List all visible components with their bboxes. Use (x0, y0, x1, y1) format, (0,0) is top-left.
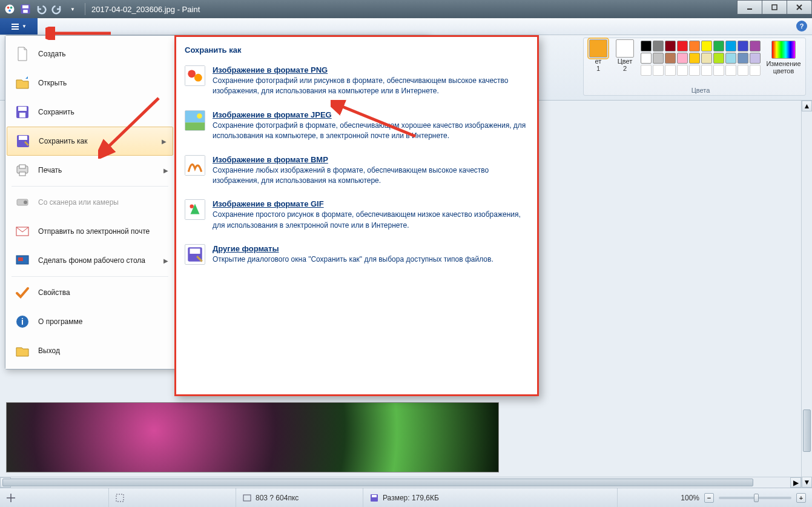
color-swatch-empty[interactable] (665, 65, 676, 76)
color-swatch[interactable] (665, 41, 676, 51)
color-swatch-empty[interactable] (689, 65, 700, 76)
zoom-thumb[interactable] (754, 494, 759, 502)
color-swatch[interactable] (750, 53, 761, 64)
redo-button[interactable] (51, 3, 63, 15)
selection-icon (115, 493, 125, 503)
zoom-value: 100% (681, 494, 699, 502)
qat-dropdown[interactable]: ▼ (67, 3, 79, 15)
submenu-item[interactable]: Другие форматыОткрытие диалогового окна … (176, 239, 537, 273)
color-swatch-empty[interactable] (641, 65, 652, 76)
file-menu-item[interactable]: iО программе (5, 307, 174, 336)
color-swatch[interactable] (738, 41, 748, 51)
svg-rect-16 (19, 136, 27, 140)
submenu-item-icon (185, 110, 205, 131)
color-swatch[interactable] (725, 53, 736, 64)
color-swatch[interactable] (713, 41, 724, 51)
quick-access-toolbar: ▼ (0, 3, 82, 15)
colors-group-label: Цвета (641, 87, 761, 94)
hscroll-thumb[interactable] (2, 479, 753, 486)
color-swatch-empty[interactable] (738, 65, 748, 76)
color-swatch[interactable] (701, 41, 712, 51)
window-title: 2017-04-02_203606.jpg - Paint (91, 5, 200, 14)
save-as-submenu: Сохранить как Изображение в формате PNGС… (174, 35, 539, 396)
color-swatch[interactable] (713, 53, 724, 64)
canvas-image[interactable] (6, 402, 499, 472)
file-menu-item[interactable]: Печать▶ (5, 156, 174, 185)
color-swatch[interactable] (641, 53, 652, 64)
svg-rect-14 (19, 113, 25, 118)
color-swatch-empty[interactable] (713, 65, 724, 76)
file-menu-item[interactable]: Открыть (5, 68, 174, 98)
file-menu-item[interactable]: Создать (5, 39, 174, 68)
submenu-item[interactable]: Изображение в формате PNGСохранение фото… (176, 61, 537, 105)
color1-label: ет 1 (595, 58, 602, 72)
submenu-item[interactable]: Изображение в формате BMPСохранение любы… (176, 150, 537, 195)
color-swatch-empty[interactable] (653, 65, 664, 76)
help-button[interactable]: ? (796, 21, 807, 31)
svg-rect-42 (243, 495, 251, 501)
file-menu-item[interactable]: Отправить по электронной почте (5, 217, 174, 246)
cursor-position (0, 488, 109, 507)
color1-slot[interactable]: ет 1 (587, 39, 609, 94)
submenu-item[interactable]: Изображение в формате GIFСохранение прос… (176, 194, 537, 239)
svg-rect-18 (19, 165, 25, 168)
submenu-item[interactable]: Изображение в формате JPEGСохранение фот… (176, 105, 537, 150)
scroll-up-button[interactable]: ▲ (802, 101, 812, 111)
color-swatch[interactable] (689, 53, 700, 64)
ribbon-tab-row: ▼ ? (0, 18, 812, 35)
file-menu-item[interactable]: Сохранить (5, 98, 174, 127)
chevron-right-icon: ▶ (163, 257, 168, 264)
zoom-out-button[interactable]: − (704, 493, 714, 503)
scroll-right-button[interactable]: ▶ (790, 477, 801, 488)
colors-group: ет 1 Цвет 2 Цвета Изменение цветов (583, 38, 806, 96)
submenu-item-icon (185, 199, 205, 220)
color2-swatch[interactable] (616, 39, 634, 58)
color-swatch[interactable] (665, 53, 676, 64)
color-grid (641, 39, 761, 76)
color-swatch[interactable] (653, 41, 664, 51)
file-menu-item[interactable]: Сохранить как▶ (7, 127, 173, 156)
color-swatch-empty[interactable] (677, 65, 688, 76)
menu-item-label: Отправить по электронной почте (38, 227, 150, 236)
edit-colors-button[interactable]: Изменение цветов (765, 39, 802, 94)
file-menu-button[interactable]: ▼ (0, 18, 38, 35)
svg-point-29 (194, 74, 202, 82)
color1-swatch[interactable] (589, 39, 607, 58)
color-swatch[interactable] (641, 41, 652, 51)
menu-item-icon (14, 45, 31, 62)
zoom-in-button[interactable]: + (796, 493, 806, 503)
submenu-item-icon (185, 155, 205, 176)
color-swatch-empty[interactable] (725, 65, 736, 76)
crosshair-icon (6, 493, 16, 503)
color-swatch[interactable] (653, 53, 664, 64)
svg-point-1 (7, 7, 10, 9)
zoom-slider[interactable] (719, 497, 791, 499)
save-button[interactable] (19, 3, 31, 15)
menu-item-icon (14, 284, 31, 301)
color-swatch[interactable] (677, 41, 688, 51)
color-swatch-empty[interactable] (701, 65, 712, 76)
color-swatch[interactable] (677, 53, 688, 64)
color-swatch[interactable] (689, 41, 700, 51)
color2-slot[interactable]: Цвет 2 (614, 39, 636, 94)
vscroll-thumb[interactable] (803, 409, 811, 452)
submenu-item-desc: Сохранение простого рисунок в формате, о… (213, 210, 529, 231)
color-swatch-empty[interactable] (750, 65, 761, 76)
vertical-scrollbar[interactable]: ▲ ▼ (801, 101, 812, 488)
file-menu-item[interactable]: Сделать фоном рабочего стола▶ (5, 246, 174, 275)
undo-button[interactable] (35, 3, 47, 15)
file-menu-item[interactable]: Свойства (5, 278, 174, 307)
scroll-down-button[interactable]: ▼ (802, 477, 812, 488)
color-swatch[interactable] (738, 53, 748, 64)
disk-icon (369, 493, 379, 503)
color-swatch[interactable] (750, 41, 761, 51)
maximize-button[interactable] (762, 0, 787, 15)
file-menu-item[interactable]: Выход (5, 336, 174, 365)
horizontal-scrollbar[interactable]: ◀ ▶ (0, 477, 801, 488)
color-swatch[interactable] (701, 53, 712, 64)
close-button[interactable] (787, 0, 812, 15)
minimize-button[interactable] (737, 0, 762, 15)
color-swatch[interactable] (725, 41, 736, 51)
palette: Цвета (641, 39, 761, 94)
submenu-heading: Сохранить как (176, 42, 537, 61)
